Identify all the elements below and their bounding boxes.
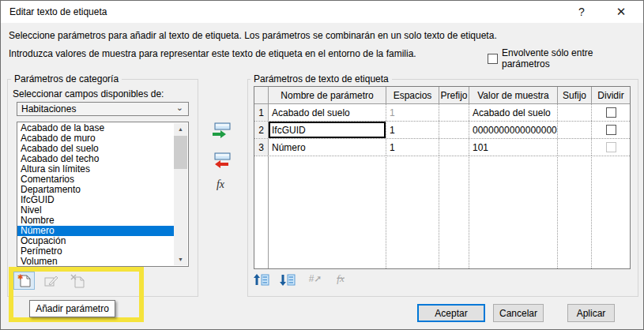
- cell-name[interactable]: Acabado del suelo: [269, 104, 386, 121]
- wrap-between-parameters-checkbox[interactable]: Envolvente sólo entre parámetros: [488, 47, 643, 69]
- table-row[interactable]: 3 Número 1 101: [254, 139, 630, 156]
- column-header-spaces[interactable]: Espacios: [386, 87, 439, 104]
- apply-button-label: Aplicar: [577, 308, 606, 319]
- category-select[interactable]: Habitaciones ⌄: [17, 102, 189, 116]
- cell-break-disabled: [592, 139, 630, 156]
- cell-spaces[interactable]: 1: [386, 122, 439, 138]
- edit-parameter-formula-button[interactable]: fx: [209, 176, 232, 193]
- cell-spaces[interactable]: 1: [386, 104, 439, 121]
- formula-button-disabled: fx: [331, 271, 350, 287]
- chevron-down-icon: ⌄: [176, 103, 183, 113]
- cell-prefix[interactable]: [439, 139, 469, 156]
- table-row[interactable]: 1 Acabado del suelo 1 Acabado del suelo: [254, 104, 630, 122]
- checkbox-box[interactable]: [488, 54, 498, 64]
- available-fields-label: Seleccionar campos disponibles de:: [13, 88, 164, 99]
- help-icon[interactable]: ?: [566, 1, 597, 23]
- cell-suffix[interactable]: [558, 139, 592, 156]
- cell-prefix[interactable]: [439, 104, 469, 121]
- accept-button-label: Aceptar: [435, 308, 467, 319]
- cell-name[interactable]: Número: [269, 139, 386, 156]
- fx-disabled-icon: fx: [337, 272, 344, 285]
- intro-line-1: Seleccione parámetros para añadir al tex…: [9, 30, 497, 41]
- delete-parameter-icon: [70, 274, 86, 288]
- row-number: 1: [254, 104, 269, 121]
- dialog-title: Editar texto de etiqueta: [9, 6, 107, 17]
- apply-button[interactable]: Aplicar: [567, 304, 615, 322]
- checkbox-label: Envolvente sólo entre parámetros: [502, 47, 643, 69]
- cancel-button-label: Cancelar: [499, 308, 537, 319]
- star-icon: ✱: [17, 273, 24, 281]
- delete-parameter-button[interactable]: [68, 272, 88, 289]
- edit-parameter-button[interactable]: [41, 272, 61, 289]
- cell-name-focused[interactable]: IfcGUID: [269, 122, 386, 138]
- column-header-break[interactable]: Dividir: [592, 87, 630, 104]
- edit-parameter-icon: [44, 275, 58, 287]
- move-down-icon: [280, 273, 296, 287]
- break-checkbox[interactable]: [606, 125, 616, 135]
- edit-label-text-dialog: Editar texto de etiqueta ? ✕ Seleccione …: [0, 0, 644, 330]
- column-header[interactable]: [254, 87, 269, 104]
- column-header-suffix[interactable]: Sufijo: [558, 87, 592, 104]
- list-scrollbar[interactable]: ▲ ▼: [174, 123, 187, 265]
- available-parameters-list[interactable]: Acabado de la base Acabado de muro Acaba…: [17, 122, 189, 267]
- label-parameters-group-label: Parámetros de texto de etiqueta: [250, 73, 392, 84]
- cell-break[interactable]: [592, 122, 630, 138]
- list-item[interactable]: Volumen: [17, 257, 174, 267]
- add-parameter-button[interactable]: ✱: [13, 272, 35, 290]
- row-number: 3: [254, 139, 269, 156]
- add-parameter-arrow-icon: [209, 121, 232, 141]
- add-to-label-button[interactable]: [208, 120, 233, 142]
- cell-spaces[interactable]: 1: [386, 139, 439, 156]
- category-select-value: Habitaciones: [21, 103, 76, 114]
- cancel-button[interactable]: Cancelar: [493, 304, 544, 322]
- row-number: 2: [254, 122, 269, 138]
- column-header-name[interactable]: Nombre de parámetro: [269, 87, 386, 104]
- move-parameter-down-button[interactable]: [278, 272, 297, 287]
- scrollbar-thumb[interactable]: [174, 136, 187, 169]
- intro-line-2: Introduzca valores de muestra para repre…: [9, 48, 416, 59]
- move-parameter-up-button[interactable]: [252, 272, 271, 287]
- fx-icon: fx: [217, 178, 224, 191]
- cell-prefix[interactable]: [439, 122, 469, 138]
- remove-parameter-arrow-icon: [209, 151, 232, 171]
- picker-icon: #➚: [309, 273, 322, 284]
- remove-from-label-button[interactable]: [208, 150, 233, 172]
- move-up-icon: [254, 273, 269, 287]
- accept-button[interactable]: Aceptar: [417, 304, 485, 322]
- column-header-prefix[interactable]: Prefijo: [439, 87, 469, 104]
- table-row[interactable]: 2 IfcGUID 1 0000000000000000: [254, 122, 630, 139]
- cell-sample[interactable]: Acabado del suelo: [469, 104, 558, 121]
- column-header-sample[interactable]: Valor de muestra: [469, 87, 558, 104]
- add-parameter-tooltip: Añadir parámetro: [29, 300, 115, 317]
- cell-suffix[interactable]: [558, 122, 592, 138]
- cell-suffix[interactable]: [558, 104, 592, 121]
- break-checkbox[interactable]: [606, 107, 616, 118]
- scroll-up-icon[interactable]: ▲: [174, 123, 187, 135]
- new-parameter-icon: ✱: [17, 273, 32, 288]
- title-bar: Editar texto de etiqueta ? ✕: [1, 1, 643, 23]
- tooltip-text: Añadir parámetro: [36, 303, 109, 314]
- table-header-row: Nombre de parámetro Espacios Prefijo Val…: [254, 87, 630, 104]
- close-icon[interactable]: ✕: [605, 1, 637, 23]
- cell-sample[interactable]: 0000000000000000: [469, 122, 558, 138]
- category-parameters-group-label: Parámetros de categoría: [11, 73, 122, 84]
- label-parameters-table[interactable]: Nombre de parámetro Espacios Prefijo Val…: [254, 86, 631, 269]
- pick-parameter-button-disabled: #➚: [306, 271, 325, 287]
- cell-break[interactable]: [592, 104, 630, 121]
- scroll-down-icon[interactable]: ▼: [174, 253, 187, 265]
- break-checkbox-disabled: [606, 142, 616, 152]
- cell-sample[interactable]: 101: [469, 139, 558, 156]
